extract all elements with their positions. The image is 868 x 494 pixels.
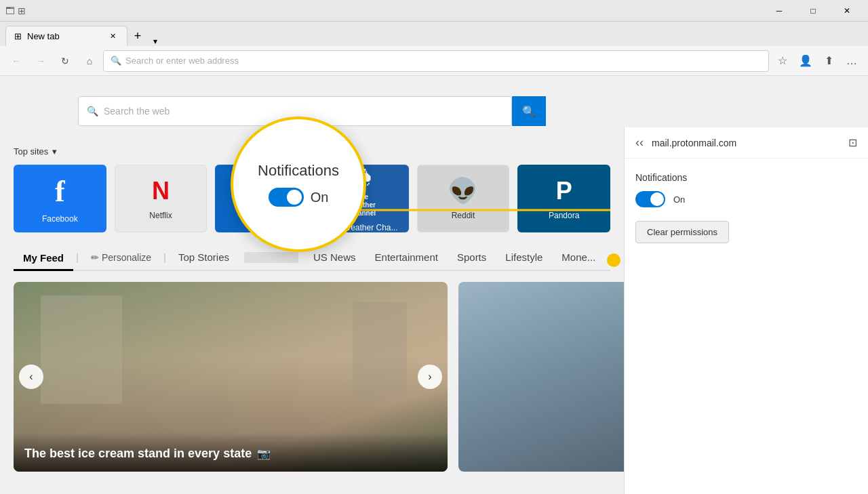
pandora-label: Pandora (549, 211, 579, 220)
search-submit-button[interactable]: 🔍 (512, 96, 546, 126)
side-panel-title: mail.protonmail.com (652, 138, 736, 148)
panel-toggle-label: On (673, 194, 685, 205)
forward-button[interactable]: → (30, 50, 52, 72)
clear-permissions-button[interactable]: Clear permissions (635, 221, 729, 243)
facebook-label: Facebook (42, 214, 78, 224)
side-panel-content: Notifications On Clear permissions (625, 159, 868, 257)
tab-top-stories[interactable]: Top Stories (169, 246, 239, 268)
side-panel-header: ‹‹ mail.protonmail.com ⊡ (625, 127, 868, 159)
personalize-icon: ✏ (91, 252, 99, 263)
tab-bar: ⊞ New tab ✕ + ▾ (0, 22, 868, 46)
site-tile-pandora[interactable]: P Pandora (517, 165, 610, 232)
browser-window: 🗔 ⊞ ─ □ ✕ ⊞ New tab ✕ + ▾ ← → ↻ ⌂ 🔍 Sear… (0, 0, 868, 494)
news-card-tiger[interactable]: TOP STORIES Tiger Tracker: Woods trying … (458, 282, 624, 472)
facebook-icon: f (55, 174, 65, 209)
tab-close-button[interactable]: ✕ (106, 30, 119, 43)
tab-divider-1: | (73, 251, 81, 263)
site-tile-facebook[interactable]: f Facebook (14, 165, 106, 232)
reddit-icon: 👽 (448, 177, 478, 205)
site-tile-netflix[interactable]: N Netflix (115, 165, 208, 232)
carousel-prev-button[interactable]: ‹ (19, 365, 43, 389)
site-tile-reddit[interactable]: 👽 Reddit (417, 165, 510, 232)
side-panel-back-button[interactable]: ‹‹ (635, 136, 644, 150)
callout-title: Notifications (258, 162, 339, 180)
ice-cream-news-title: The best ice cream stand in every state (24, 447, 252, 461)
yellow-dot-indicator (607, 253, 620, 267)
share-button[interactable]: ⬆ (818, 50, 840, 72)
panel-notifications-toggle[interactable] (635, 191, 665, 207)
back-button[interactable]: ← (5, 50, 27, 72)
notifications-callout: Notifications On (231, 117, 366, 252)
netflix-label: Netflix (149, 211, 172, 220)
profile-button[interactable]: 👤 (795, 50, 816, 72)
tab-sports[interactable]: Sports (448, 246, 496, 268)
callout-toggle-label: On (311, 190, 329, 205)
tab-entertainment[interactable]: Entertainment (366, 246, 448, 268)
netflix-icon: N (152, 177, 170, 205)
news-card-ice-cream[interactable]: The best ice cream stand in every state … (14, 282, 448, 472)
news-grid: The best ice cream stand in every state … (14, 282, 610, 472)
tab-blurred (244, 252, 298, 263)
address-bar[interactable]: 🔍 Search or enter web address (103, 50, 769, 72)
new-tab-button[interactable]: + (127, 26, 148, 46)
close-button[interactable]: ✕ (831, 0, 863, 22)
refresh-button[interactable]: ↻ (54, 50, 76, 72)
active-tab[interactable]: ⊞ New tab ✕ (5, 26, 127, 46)
tab-my-feed[interactable]: My Feed (14, 247, 73, 271)
carousel-next-button[interactable]: › (418, 365, 442, 389)
maximize-button[interactable]: □ (797, 0, 829, 22)
side-panel: ‹‹ mail.protonmail.com ⊡ Notifications O… (624, 127, 868, 494)
callout-bubble: Notifications On (231, 117, 366, 252)
top-sites-label: Top sites (14, 146, 48, 157)
pandora-icon: P (556, 177, 572, 205)
tab-divider-2: | (161, 251, 169, 263)
reddit-label: Reddit (452, 211, 475, 220)
feed-section: My Feed | ✏ Personalize | Top Stories US… (0, 246, 624, 472)
address-text: Search or enter web address (125, 56, 239, 66)
callout-toggle-row: On (269, 188, 329, 207)
tab-money[interactable]: Mone... (552, 246, 605, 268)
new-tab-page: 🔍 Search the web 🔍 Top sites ▾ f Fac (0, 76, 868, 494)
tab-personalize[interactable]: ✏ Personalize (81, 247, 161, 268)
golf-image (458, 282, 624, 415)
tab-list-button[interactable]: ▾ (148, 37, 163, 46)
search-placeholder: Search the web (104, 106, 170, 117)
tiger-news-image (458, 282, 624, 415)
favorites-button[interactable]: ☆ (772, 50, 793, 72)
home-button[interactable]: ⌂ (79, 50, 100, 72)
callout-toggle[interactable] (269, 188, 304, 207)
panel-notifications-label: Notifications (635, 172, 857, 183)
more-button[interactable]: … (841, 50, 863, 72)
toolbar: ← → ↻ ⌂ 🔍 Search or enter web address ☆ … (0, 46, 868, 76)
title-bar: 🗔 ⊞ ─ □ ✕ (0, 0, 868, 22)
news-card-overlay: The best ice cream stand in every state … (14, 433, 448, 472)
camera-icon: 📷 (257, 447, 271, 460)
tab-lifestyle[interactable]: Lifestyle (496, 246, 552, 268)
tab-label: New tab (27, 31, 60, 41)
toolbar-actions: ☆ 👤 ⬆ … (772, 50, 863, 72)
search-icon: 🔍 (111, 56, 121, 66)
bing-icon: 🔍 (522, 105, 536, 118)
search-magnifier-icon: 🔍 (87, 106, 98, 117)
app-switcher: ⊞ (18, 5, 26, 16)
minimize-button[interactable]: ─ (764, 0, 795, 22)
side-panel-pin-button[interactable]: ⊡ (848, 136, 857, 149)
tab-favicon: ⊞ (14, 31, 22, 41)
window-icon: 🗔 (5, 5, 15, 16)
top-sites-chevron-icon: ▾ (52, 146, 57, 157)
window-controls: ─ □ ✕ (764, 0, 863, 22)
panel-toggle-row: On (635, 191, 857, 207)
